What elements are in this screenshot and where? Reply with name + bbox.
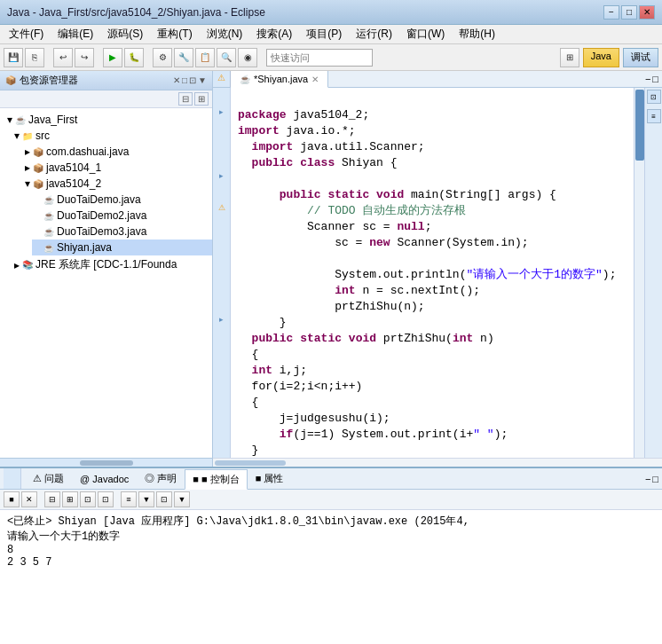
toolbar-btn-5[interactable]: ⚙ xyxy=(153,48,172,67)
sidebar-header-btn-3[interactable]: ⊡ xyxy=(189,75,196,85)
code-panel: ⚠ ☕ *Shiyan.java ✕ − □ ▸ xyxy=(213,71,662,467)
tab-right-controls: − □ xyxy=(642,71,662,87)
expand-icon: ▾ xyxy=(7,114,12,126)
toolbar-right: ⊞ Java 调试 xyxy=(560,48,658,67)
bottom-maximize[interactable]: □ xyxy=(652,474,658,484)
tab-maximize-icon[interactable]: □ xyxy=(652,74,658,84)
tree-item-com[interactable]: ▸ 📦 com.dashuai.java xyxy=(21,144,212,160)
sidebar-expand-btn[interactable]: ⊞ xyxy=(194,92,209,106)
tree-item-duotai3[interactable]: ▸ ☕ DuoTaiDemo3.java xyxy=(32,224,212,240)
minimize-btn[interactable]: − xyxy=(603,5,619,20)
tree-item-java-first[interactable]: ▾ ☕ Java_First xyxy=(4,112,212,128)
sidebar-header-controls: ✕ □ ⊡ ▼ xyxy=(173,75,207,85)
horiz-scroll-thumb[interactable] xyxy=(215,460,286,466)
bottom-tab-props[interactable]: ■ 属性 xyxy=(248,468,292,489)
sidebar-bottom xyxy=(0,458,212,467)
tree-item-java5104-1[interactable]: ▸ 📦 java5104_1 xyxy=(21,160,212,176)
tree-item-shiyan[interactable]: ▸ ☕ Shiyan.java xyxy=(32,240,212,255)
gutter-line-7 xyxy=(213,184,230,200)
sidebar-title: 包资源管理器 xyxy=(20,74,78,87)
horiz-scrollbar[interactable] xyxy=(213,458,662,467)
bottom-tab-problems[interactable]: ⚠ 问题 xyxy=(25,468,72,489)
console-btn-3[interactable]: ⊟ xyxy=(44,491,60,507)
console-btn-10[interactable]: ▼ xyxy=(174,491,190,507)
toolbar-btn-run[interactable]: ▶ xyxy=(103,48,122,67)
tree-item-java5104-2[interactable]: ▾ 📦 java5104_2 xyxy=(21,176,212,192)
menu-item-source[interactable]: 源码(S) xyxy=(102,25,148,43)
tab-minimize-icon[interactable]: − xyxy=(645,74,650,84)
sidebar-header-left: 📦 包资源管理器 xyxy=(5,74,78,87)
bottom-tab-declaration[interactable]: ◎ 声明 xyxy=(137,468,185,489)
toolbar-btn-4[interactable]: ↪ xyxy=(75,48,94,67)
package-icon: 📦 xyxy=(32,147,44,157)
toolbar-btn-9[interactable]: ◉ xyxy=(238,48,257,67)
sidebar-collapse-btn[interactable]: ⊟ xyxy=(178,92,193,106)
toolbar-btn-6[interactable]: 🔧 xyxy=(174,48,193,67)
close-btn[interactable]: ✕ xyxy=(639,5,655,20)
toolbar-btn-7[interactable]: 📋 xyxy=(195,48,215,67)
gutter-line-15[interactable]: ▸ xyxy=(213,311,230,327)
console-btn-9[interactable]: ⊡ xyxy=(156,491,172,507)
menu-item-window[interactable]: 窗口(W) xyxy=(401,25,450,43)
toolbar-btn-8[interactable]: 🔍 xyxy=(217,48,236,67)
fr-btn-2[interactable]: ≡ xyxy=(647,109,661,123)
title-controls: − □ ✕ xyxy=(603,5,655,20)
tab-java-icon: ☕ xyxy=(240,75,250,84)
toolbar-grid-btn[interactable]: ⊞ xyxy=(560,48,579,67)
gutter-line-6[interactable]: ▸ xyxy=(213,168,230,184)
sidebar-header-btn-2[interactable]: □ xyxy=(182,75,187,85)
console-btn-2[interactable]: ✕ xyxy=(21,491,37,507)
bottom-minimize[interactable]: − xyxy=(645,474,650,484)
menu-item-project[interactable]: 项目(P) xyxy=(301,25,347,43)
tree-label-j2: java5104_2 xyxy=(46,177,101,190)
menu-item-run[interactable]: 运行(R) xyxy=(351,25,398,43)
gutter-line-5 xyxy=(213,152,230,168)
toolbar-btn-debug[interactable]: 🐛 xyxy=(124,48,144,67)
code-scrollbar[interactable] xyxy=(634,88,644,458)
bottom-tab-console[interactable]: ■ ■ 控制台 xyxy=(185,469,247,490)
javadoc-label: @ Javadoc xyxy=(80,474,129,484)
scroll-thumb[interactable] xyxy=(635,90,644,161)
far-right-panel: ⊡ ≡ xyxy=(644,88,662,458)
console-line-4: 2 3 5 7 xyxy=(7,556,655,569)
expand-icon: ▸ xyxy=(14,259,20,271)
tab-close-icon[interactable]: ✕ xyxy=(311,75,319,84)
menu-item-navigate[interactable]: 浏览(N) xyxy=(201,25,248,43)
console-btn-4[interactable]: ⊞ xyxy=(62,491,78,507)
sidebar-header-btn-1[interactable]: ✕ xyxy=(173,75,180,85)
menu-item-search[interactable]: 搜索(A) xyxy=(251,25,297,43)
tree-item-jre[interactable]: ▸ 📚 JRE 系统库 [CDC-1.1/Founda xyxy=(11,255,212,274)
code-editor[interactable]: package java5104_2; import java.io.*; im… xyxy=(231,88,634,458)
search-input[interactable] xyxy=(266,49,373,67)
toolbar-btn-3[interactable]: ↩ xyxy=(53,48,73,67)
bottom-content[interactable]: <已终止> Shiyan [Java 应用程序] G:\Java\jdk1.8.… xyxy=(0,510,662,644)
sidebar-header-btn-4[interactable]: ▼ xyxy=(198,75,207,85)
bottom-tab-javadoc[interactable]: @ Javadoc xyxy=(72,470,137,488)
menu-item-help[interactable]: 帮助(H) xyxy=(453,25,500,43)
console-btn-1[interactable]: ■ xyxy=(4,491,20,507)
menu-item-refactor[interactable]: 重构(T) xyxy=(152,25,197,43)
tree-item-src[interactable]: ▾ 📁 src xyxy=(11,128,212,144)
maximize-btn[interactable]: □ xyxy=(621,5,637,20)
console-btn-6[interactable]: ⊡ xyxy=(98,491,114,507)
sidebar-scroll-thumb[interactable] xyxy=(80,460,133,466)
toolbar-btn-2[interactable]: ⎘ xyxy=(25,48,44,67)
editor-tab-shiyan[interactable]: ☕ *Shiyan.java ✕ xyxy=(231,71,328,88)
toolbar-btn-1[interactable]: 💾 xyxy=(4,48,23,67)
toolbar-java-btn[interactable]: Java xyxy=(583,48,619,67)
tree-item-duotai1[interactable]: ▸ ☕ DuoTaiDemo.java xyxy=(32,192,212,208)
menu-item-edit[interactable]: 编辑(E) xyxy=(52,25,99,43)
console-icon: ■ xyxy=(193,474,199,484)
bottom-tab-controls: − □ xyxy=(645,474,658,484)
console-btn-5[interactable]: ⊡ xyxy=(80,491,96,507)
menu-item-file[interactable]: 文件(F) xyxy=(4,25,49,43)
console-btn-8[interactable]: ▼ xyxy=(138,491,154,507)
tree-item-duotai2[interactable]: ▸ ☕ DuoTaiDemo2.java xyxy=(32,208,212,224)
console-line-2: 请输入一个大于1的数字 xyxy=(7,529,655,544)
bottom-area: ⚠ 问题 @ Javadoc ◎ 声明 ■ ■ 控制台 ■ 属性 − □ ■ xyxy=(0,467,662,644)
console-btn-7[interactable]: ≡ xyxy=(121,491,137,507)
gutter-line-1 xyxy=(213,88,230,104)
tree-label-java-first: Java_First xyxy=(28,114,77,126)
fr-btn-1[interactable]: ⊡ xyxy=(647,90,661,104)
toolbar-debug-btn[interactable]: 调试 xyxy=(623,48,658,67)
